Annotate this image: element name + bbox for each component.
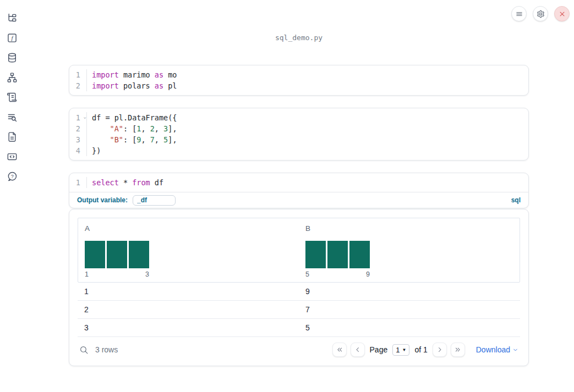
table-cell: 5 <box>299 323 520 332</box>
histogram-min-label: 5 <box>305 270 309 278</box>
code-line: 2 import polars as pl <box>69 80 528 91</box>
line-number: 1 <box>69 69 87 80</box>
table-cell: 7 <box>299 305 520 314</box>
logs-icon[interactable] <box>7 92 18 103</box>
fold-chevron-icon[interactable]: ⌄ <box>84 111 86 122</box>
histogram-bar <box>129 241 149 268</box>
table-output-card: A 1 3 B <box>69 209 529 366</box>
histogram-bar <box>107 241 127 268</box>
next-page-button[interactable] <box>433 343 447 357</box>
chevron-right-icon <box>436 346 444 354</box>
code-text[interactable]: "A": [1, 2, 3], <box>87 123 177 134</box>
notebook-filename: sql_demo.py <box>69 34 529 42</box>
last-page-button[interactable] <box>451 343 465 357</box>
table-cell: 1 <box>78 287 299 296</box>
table-header: A 1 3 B <box>78 218 520 283</box>
code-cell-imports: 1 import marimo as mo 2 import polars as… <box>69 65 529 96</box>
output-variable-input[interactable] <box>133 195 176 206</box>
line-number: 2 <box>69 80 87 91</box>
dependency-graph-icon[interactable] <box>7 72 18 83</box>
code-text[interactable]: select * from df <box>87 177 163 188</box>
chevron-down-icon: ▼ <box>402 347 406 352</box>
chevrons-right-icon <box>454 346 462 354</box>
tracing-icon[interactable] <box>7 112 18 123</box>
notebook: sql_demo.py 1 import marimo as mo 2 impo… <box>69 0 529 366</box>
table-row: 3 5 <box>78 319 520 337</box>
table-row: 1 9 <box>78 283 520 301</box>
code-line: 3 "B": [9, 7, 5], <box>69 134 528 145</box>
code-text[interactable]: import marimo as mo <box>87 69 177 80</box>
code-line: 4 }) <box>69 145 528 156</box>
helper-sidebar: f ? <box>0 0 24 392</box>
histogram-bar <box>327 241 348 268</box>
sql-cell-footer: Output variable: sql <box>69 192 528 208</box>
column-name: A <box>85 224 292 233</box>
table-cell: 9 <box>299 287 520 296</box>
code-text[interactable]: df = pl.DataFrame({ <box>87 112 177 123</box>
help-icon[interactable]: ? <box>7 171 18 182</box>
histogram-max-label: 3 <box>145 270 149 278</box>
first-page-button[interactable] <box>332 343 347 357</box>
histogram-bar <box>85 241 105 268</box>
documentation-icon[interactable] <box>7 131 18 142</box>
page-label: Page <box>370 345 388 354</box>
table-cell: 3 <box>78 323 299 332</box>
table-footer: 3 rows Page 1▼ of 1 <box>78 342 520 357</box>
svg-text:f: f <box>11 35 14 41</box>
histogram-max-label: 9 <box>366 270 370 278</box>
close-button[interactable] <box>554 6 570 21</box>
variables-icon[interactable]: f <box>7 32 18 43</box>
search-icon[interactable] <box>79 345 89 355</box>
download-button[interactable]: Download <box>476 345 518 354</box>
chevrons-left-icon <box>336 346 343 354</box>
histogram-bar <box>305 241 326 268</box>
code-text[interactable]: import polars as pl <box>87 80 177 91</box>
table-cell: 2 <box>78 305 299 314</box>
code-line: 1 select * from df <box>69 177 528 188</box>
code-line: 1⌄ df = pl.DataFrame({ <box>69 112 528 123</box>
code-cell-dataframe: 1⌄ df = pl.DataFrame({ 2 "A": [1, 2, 3],… <box>69 108 529 161</box>
table-body: 1 9 2 7 3 5 <box>78 283 520 337</box>
file-explorer-icon[interactable] <box>7 13 18 24</box>
code-text[interactable]: }) <box>87 145 101 156</box>
column-histogram: 5 9 <box>305 241 370 278</box>
previous-page-button[interactable] <box>351 343 365 357</box>
datasources-icon[interactable] <box>7 52 18 63</box>
line-number: 3 <box>69 134 87 145</box>
histogram-min-label: 1 <box>85 270 89 278</box>
column-name: B <box>305 224 513 233</box>
language-badge: sql <box>511 196 521 204</box>
table-row: 2 7 <box>78 301 520 319</box>
svg-text:?: ? <box>11 174 14 179</box>
settings-button[interactable] <box>533 6 548 21</box>
line-number: 2 <box>69 123 87 134</box>
page-select[interactable]: 1▼ <box>392 344 409 356</box>
chevron-left-icon <box>354 346 362 354</box>
chevron-down-icon <box>512 347 518 353</box>
histogram-bar <box>349 241 370 268</box>
row-count: 3 rows <box>95 345 118 354</box>
column-header-b[interactable]: B 5 9 <box>299 224 520 278</box>
column-histogram: 1 3 <box>85 241 149 278</box>
sql-cell: 1 select * from df Output variable: sql <box>69 173 529 208</box>
snippets-icon[interactable] <box>7 151 18 162</box>
code-text[interactable]: "B": [9, 7, 5], <box>87 134 177 145</box>
line-number: 4 <box>69 145 87 156</box>
column-header-a[interactable]: A 1 3 <box>78 224 299 278</box>
page-of-label: of 1 <box>414 345 427 354</box>
code-line: 1 import marimo as mo <box>69 69 528 80</box>
line-number: 1 <box>69 177 87 188</box>
line-number: 1⌄ <box>69 112 87 123</box>
code-line: 2 "A": [1, 2, 3], <box>69 123 528 134</box>
output-variable-label: Output variable: <box>77 196 128 204</box>
